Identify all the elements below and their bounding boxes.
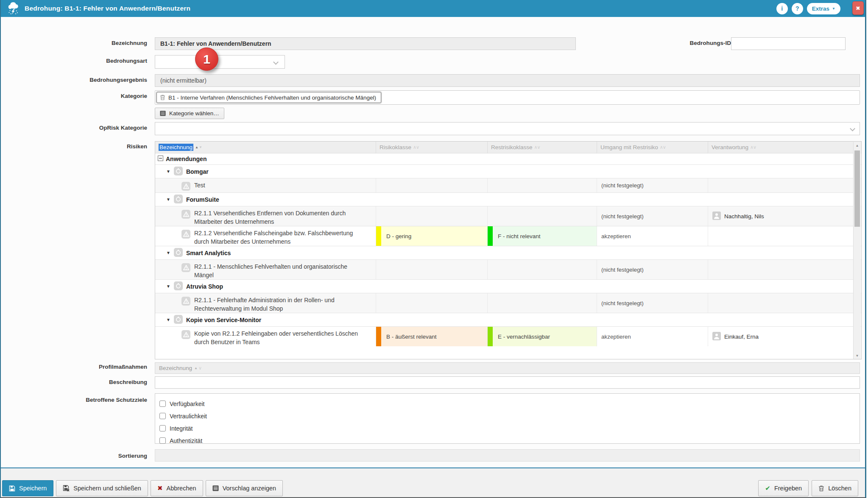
umgang-value: (nicht festgelegt) — [601, 300, 644, 306]
column-header-label: Bezeichnung — [159, 144, 193, 151]
abbrechen-button[interactable]: ✖ Abbrechen — [151, 480, 203, 496]
column-header-risikoklasse[interactable]: Risikoklasse ∧∨ — [376, 142, 487, 153]
extras-button[interactable]: Extras ▼ — [807, 3, 840, 14]
form-content: Bezeichnung B1-1: Fehler von Anwendern/B… — [1, 17, 865, 467]
risk-class-color-strip — [376, 327, 381, 346]
column-header-label: Verantwortung — [712, 144, 748, 150]
application-label: Kopie von Service-Monitor — [186, 317, 261, 323]
list-icon — [212, 485, 219, 491]
checkbox-vertraulichkeit[interactable] — [159, 413, 166, 419]
table-row[interactable]: ▼ForumSuite — [155, 192, 861, 206]
table-row[interactable]: ▼Kopie von Service-Monitor — [155, 313, 861, 326]
info-button[interactable]: i — [776, 3, 788, 14]
checkbox-label: Verfügbarkeit — [170, 401, 205, 407]
scroll-up-icon[interactable]: ▲ — [854, 144, 861, 147]
risk-icon — [181, 330, 190, 341]
application-label: ForumSuite — [186, 196, 219, 203]
expand-arrow-icon[interactable]: ▼ — [166, 284, 170, 289]
scroll-down-icon[interactable]: ▼ — [854, 354, 861, 358]
group-label: Anwendungen — [166, 156, 207, 162]
table-scrollbar[interactable]: ▲ ▼ — [853, 142, 861, 359]
table-row[interactable]: Anwendungen — [155, 153, 861, 164]
risk-title: R2.1.2 Versehentliche Falscheingabe bzw.… — [194, 229, 360, 246]
table-row[interactable]: R2.1.2 Versehentliche Falscheingabe bzw.… — [155, 226, 861, 246]
schutzziele-box: Verfügbarkeit Vertraulichkeit Integrität… — [155, 393, 860, 444]
risiken-table-body: Anwendungen▼BomgarTest(nicht festgelegt)… — [155, 153, 861, 359]
restrisikoklasse-cell — [487, 260, 597, 279]
bedrohungsart-dropdown[interactable] — [155, 55, 285, 69]
freigeben-button[interactable]: ✔ Freigeben — [758, 480, 809, 496]
close-button[interactable]: ✖ — [852, 1, 864, 15]
application-icon — [174, 281, 183, 292]
table-row[interactable]: ▼Smart Analytics — [155, 246, 861, 259]
help-button[interactable]: ? — [792, 3, 803, 14]
bezeichnung-field[interactable]: B1-1: Fehler von Anwendern/Benutzern — [155, 37, 576, 50]
beschreibung-field[interactable] — [155, 376, 860, 389]
schutzziel-row: Verfügbarkeit — [159, 398, 860, 410]
risikoklasse-value: D - gering — [386, 233, 411, 239]
sort-icons: ∧∨ — [534, 145, 540, 150]
expand-arrow-icon[interactable]: ▼ — [166, 197, 170, 202]
restrisikoklasse-cell — [487, 293, 597, 313]
expand-arrow-icon[interactable]: ▼ — [166, 250, 170, 255]
column-header-label: Umgang mit Restrisiko — [600, 144, 658, 150]
schutzziel-row: Vertraulichkeit — [159, 410, 860, 422]
application-icon — [174, 248, 183, 258]
annotation-badge-1: 1 — [195, 47, 218, 71]
collapse-icon[interactable] — [158, 156, 163, 162]
table-row[interactable]: Test(nicht festgelegt) — [155, 178, 861, 192]
column-header-umgang[interactable]: Umgang mit Restrisiko ∧∨ — [597, 142, 708, 153]
expand-arrow-icon[interactable]: ▼ — [166, 317, 170, 322]
button-label: Abbrechen — [166, 485, 196, 492]
oprisk-kategorie-dropdown[interactable] — [155, 122, 860, 135]
risk-title: R2.1.1 - Menschliches Fehlverhalten und … — [194, 262, 360, 279]
checkbox-authentizitaet[interactable] — [159, 437, 166, 444]
speichern-button[interactable]: Speichern — [2, 480, 53, 496]
table-row[interactable]: R2.1.1 - Fehlerhafte Administration in d… — [155, 293, 861, 313]
scrollbar-thumb[interactable] — [854, 150, 860, 227]
close-icon: ✖ — [856, 5, 860, 11]
verantwortung-cell — [708, 178, 861, 192]
cancel-x-icon: ✖ — [157, 484, 163, 492]
umgang-cell: (nicht festgelegt) — [597, 178, 708, 192]
table-row[interactable]: ▼Bomgar — [155, 164, 861, 178]
trash-icon — [160, 95, 165, 100]
sort-icons: ∧∨ — [660, 145, 666, 150]
restrisikoklasse-cell — [487, 206, 597, 226]
kategorie-field[interactable]: B1 - Interne Verfahren (Menschliches Feh… — [155, 90, 860, 105]
kategorie-chip[interactable]: B1 - Interne Verfahren (Menschliches Feh… — [156, 92, 381, 103]
kategorie-waehlen-button[interactable]: Kategorie wählen… — [155, 108, 224, 119]
table-row[interactable]: R2.1.1 - Menschliches Fehlverhalten und … — [155, 259, 861, 279]
bezeichnung-label: Bezeichnung — [26, 40, 147, 46]
sort-icons: ∧∨ — [413, 145, 419, 150]
button-label: Speichern und schließen — [73, 485, 141, 492]
app-window: Bedrohung: B1-1: Fehler von Anwendern/Be… — [0, 0, 866, 498]
risikoklasse-cell: B - äußerst relevant — [376, 327, 487, 346]
umgang-cell: (nicht festgelegt) — [597, 293, 708, 313]
vorschlag-anzeigen-button[interactable]: Vorschlag anzeigen — [206, 480, 283, 496]
loeschen-button[interactable]: Löschen — [812, 480, 858, 496]
table-row[interactable]: R2.1.1 Versehentliches Entfernen von Dok… — [155, 206, 861, 226]
table-row[interactable]: ▼Atruvia Shop — [155, 279, 861, 293]
verantwortung-value: Nachhaltig, Nils — [724, 213, 764, 220]
application-icon — [174, 315, 183, 325]
column-header-restrisikoklasse[interactable]: Restrisikoklasse ∧∨ — [487, 142, 597, 153]
verantwortung-cell — [708, 293, 861, 313]
verantwortung-value: Einkauf, Erna — [724, 334, 759, 340]
umgang-value: akzeptieren — [601, 233, 631, 239]
speichern-und-schliessen-button[interactable]: Speichern und schließen — [56, 480, 148, 496]
risk-icon — [181, 263, 190, 274]
table-row[interactable]: Kopie von R2.1.2 Fehleingaben oder verse… — [155, 326, 861, 346]
umgang-value: akzeptieren — [601, 334, 631, 340]
column-header-verantwortung[interactable]: Verantwortung ∧∨ — [708, 142, 861, 153]
checkbox-integritaet[interactable] — [159, 425, 166, 431]
checkbox-verfuegbarkeit[interactable] — [159, 401, 166, 407]
restrisikoklasse-cell — [487, 178, 597, 192]
risikoklasse-value: B - äußerst relevant — [386, 334, 437, 340]
bedrohungs-id-field[interactable] — [731, 37, 846, 50]
bedrohungsergebnis-field: (nicht ermittelbar) — [155, 74, 860, 87]
risk-title: Kopie von R2.1.2 Fehleingaben oder verse… — [194, 329, 360, 346]
sort-asc-icon: ▲ — [195, 145, 198, 149]
column-header-bezeichnung[interactable]: Bezeichnung ▲▼ — [155, 142, 376, 153]
expand-arrow-icon[interactable]: ▼ — [166, 169, 170, 174]
